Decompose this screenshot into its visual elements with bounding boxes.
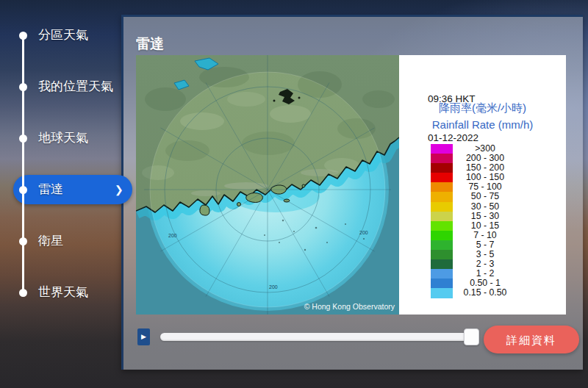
sidebar-item-label: 我的位置天氣: [38, 72, 113, 101]
radar-map-image[interactable]: 200 200 200 © Hong Kong Observatory: [136, 55, 399, 315]
scale-range-label: 50 - 75: [453, 192, 517, 201]
scale-color-swatch: [431, 269, 453, 279]
scale-range-label: 10 - 15: [453, 221, 517, 231]
details-button[interactable]: 詳細資料: [484, 326, 579, 353]
chevron-right-icon: ❯: [115, 175, 123, 204]
scale-color-swatch: [431, 192, 453, 201]
timeline-dot-icon: [19, 289, 27, 297]
timeline-dot-icon: [19, 186, 27, 194]
legend-title-en: Rainfall Rate (mm/h): [399, 118, 566, 131]
sidebar-item-label: 世界天氣: [38, 278, 88, 307]
scale-color-swatch: [431, 221, 453, 231]
play-icon: ▶: [141, 333, 146, 340]
sidebar-item[interactable]: 我的位置天氣: [0, 72, 140, 101]
scale-color-swatch: [431, 202, 453, 212]
scale-color-swatch: [431, 288, 453, 298]
ring-label: 200: [168, 233, 177, 238]
scale-color-swatch: [431, 154, 453, 163]
ring-label: 200: [269, 284, 278, 290]
timeline-dot-icon: [19, 83, 27, 91]
scale-color-swatch: [431, 212, 453, 221]
sidebar-menu: 分區天氣 我的位置天氣 地球天氣 雷達 ❯ 衛星 世界天氣: [0, 0, 140, 388]
animation-slider-handle[interactable]: [464, 328, 479, 345]
scale-range-label: 7 - 10: [453, 231, 517, 240]
timeline-dot-icon: [19, 32, 27, 40]
legend-scale-row: 7 - 10: [399, 231, 566, 240]
sidebar-item[interactable]: 地球天氣: [0, 123, 140, 153]
sidebar-item-label: 分區天氣: [38, 21, 88, 50]
legend-scale: >300 200 - 300 150 - 200 100 - 150 75 - …: [399, 144, 566, 298]
map-copyright: © Hong Kong Observatory: [304, 302, 395, 311]
radar-map-svg: 200 200 200 © Hong Kong Observatory: [136, 55, 399, 315]
scale-color-swatch: [431, 231, 453, 240]
legend-scale-row: 0.15 - 0.50: [399, 288, 566, 298]
legend-date-value: 01-12-2022: [428, 132, 478, 145]
scale-range-label: 30 - 50: [453, 202, 517, 212]
scale-color-swatch: [431, 163, 453, 173]
scale-color-swatch: [431, 259, 453, 269]
sidebar-item[interactable]: 衛星: [0, 226, 140, 256]
panel-border: [121, 15, 583, 17]
rainfall-legend: 09:36 HKT 01-12-2022 降雨率(毫米/小時) Rainfall…: [399, 55, 566, 315]
sidebar-item-label: 衛星: [38, 226, 63, 256]
timeline-line: [22, 35, 24, 292]
sidebar-item[interactable]: 世界天氣: [0, 278, 140, 307]
legend-scale-row: 10 - 15: [399, 221, 566, 231]
legend-scale-row: 30 - 50: [399, 202, 566, 212]
scale-range-label: 15 - 30: [453, 212, 517, 221]
legend-scale-row: 50 - 75: [399, 192, 566, 201]
sidebar-item[interactable]: 分區天氣: [0, 21, 140, 50]
timeline-dot-icon: [19, 237, 27, 245]
page-title: 雷達: [136, 35, 164, 54]
scale-color-swatch: [431, 240, 453, 250]
play-button[interactable]: ▶: [137, 328, 150, 345]
sidebar-item-label: 地球天氣: [38, 123, 88, 153]
radar-panel: 雷達: [121, 15, 583, 370]
timeline-dot-icon: [19, 134, 27, 143]
sidebar-item[interactable]: 雷達 ❯: [0, 175, 140, 204]
scale-color-swatch: [431, 279, 453, 288]
scale-color-swatch: [431, 173, 453, 182]
scale-color-swatch: [431, 250, 453, 259]
sidebar-item-label: 雷達: [38, 175, 63, 204]
scale-range-label: 0.15 - 0.50: [453, 288, 517, 298]
scale-color-swatch: [431, 144, 453, 154]
legend-scale-row: 15 - 30: [399, 212, 566, 221]
animation-slider-track[interactable]: [160, 333, 470, 341]
legend-title-zh: 降雨率(毫米/小時): [399, 101, 566, 115]
scale-color-swatch: [431, 182, 453, 192]
ring-label: 200: [359, 230, 368, 235]
